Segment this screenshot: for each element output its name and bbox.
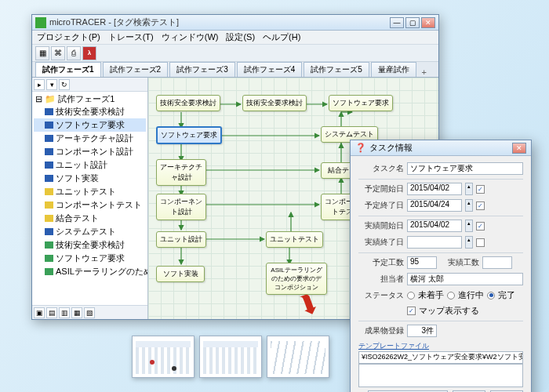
check-act-end[interactable] (476, 238, 485, 247)
tab-phase4[interactable]: 試作フェーズ4 (237, 62, 303, 77)
tree-refresh-icon[interactable]: ↻ (59, 79, 70, 90)
tree-item[interactable]: システムテスト (34, 225, 146, 238)
tree-item[interactable]: コンポーネントテスト (34, 198, 146, 212)
tree-item[interactable]: ソフト実装 (34, 172, 146, 185)
radio-not-started[interactable] (407, 292, 415, 299)
check-map-show[interactable]: ✓ (407, 307, 416, 315)
node-sw-impl[interactable]: ソフト実装 (156, 266, 205, 282)
tree-item-label: システムテスト (56, 226, 116, 238)
tree[interactable]: ⊟ 📁 試作フェーズ1 技術安全要求検討ソフトウェア要求アーキテクチャ設計コンポ… (32, 92, 147, 305)
label-act-hours: 実績工数 (440, 257, 479, 268)
input-act-hours[interactable] (482, 256, 512, 269)
tree-root-item[interactable]: ⊟ 📁 試作フェーズ1 (34, 93, 146, 105)
toolbar-save-icon[interactable]: ⌘ (51, 46, 65, 60)
toolbar-print-icon[interactable]: ⎙ (67, 46, 81, 60)
tree-item[interactable]: ソフトウェア要求 (34, 118, 146, 132)
tree-btn-1[interactable]: ▣ (34, 307, 45, 318)
tree-btn-4[interactable]: ▦ (71, 307, 82, 318)
menu-settings[interactable]: 設定(S) (226, 31, 255, 43)
menu-project[interactable]: プロジェクト(P) (37, 31, 100, 43)
check-plan-end[interactable]: ✓ (476, 201, 485, 210)
input-plan-start[interactable]: 2015/04/02 (407, 183, 462, 195)
toolbar-new-icon[interactable]: ▦ (35, 46, 49, 60)
tree-item[interactable]: 技術安全要求検討 (34, 105, 146, 118)
label-result-reg: 成果物登録 (358, 325, 404, 336)
thumbnail-strip (132, 336, 329, 378)
spin-act-end[interactable]: ▴ (465, 236, 473, 249)
spin-plan-start[interactable]: ▴ (465, 183, 473, 195)
input-plan-end[interactable]: 2015/04/24 (407, 199, 462, 212)
thumbnail-2[interactable] (199, 336, 262, 378)
tree-btn-2[interactable]: ▤ (46, 307, 57, 318)
dialog-titlebar[interactable]: ❓ タスク情報 ✕ (351, 140, 531, 156)
node-unit-design[interactable]: ユニット設計 (156, 231, 206, 248)
close-button[interactable]: ✕ (421, 17, 435, 28)
tree-item[interactable]: コンポーネント設計 (34, 145, 146, 158)
tree-item[interactable]: アーキテクチャ設計 (34, 132, 146, 145)
input-template-file[interactable]: ¥ISO26262W2_ソフトウェア安全要求¥W2ソフト安全要求SSR-01.x… (358, 351, 523, 364)
node-unit-test[interactable]: ユニットテスト (266, 231, 323, 248)
menubar: プロジェクト(P) トレース(T) ウィンドウ(W) 設定(S) ヘルプ(H) (32, 31, 438, 45)
folder-icon (45, 148, 53, 155)
check-plan-start[interactable]: ✓ (476, 185, 485, 194)
tree-btn-5[interactable]: ▧ (84, 307, 95, 318)
thumbnail-3[interactable] (267, 336, 329, 378)
folder-icon (45, 162, 53, 169)
menu-window[interactable]: ウィンドウ(W) (162, 31, 219, 43)
tree-item[interactable]: ソフトウェア要求 (34, 252, 146, 265)
tab-phase1[interactable]: 試作フェーズ1 (35, 62, 101, 77)
node-tech-safety-2[interactable]: 技術安全要求検討 (242, 95, 307, 111)
tree-item-label: ソフトウェア要求 (56, 252, 125, 264)
radio-in-progress[interactable] (447, 292, 455, 299)
tree-item-label: アーキテクチャ設計 (56, 132, 133, 144)
textarea-notes[interactable] (358, 364, 523, 387)
folder-icon (45, 255, 53, 262)
node-arch[interactable]: アーキテクチャ設計 (156, 159, 206, 186)
tree-btn-3[interactable]: ▥ (59, 307, 70, 318)
node-comp-design[interactable]: コンポーネント設計 (156, 194, 206, 220)
tab-massprod[interactable]: 量産試作 (371, 62, 416, 77)
task-info-dialog: ❓ タスク情報 ✕ タスク名 ソフトウェア要求 予定開始日 2015/04/02… (350, 140, 532, 392)
input-task-name[interactable]: ソフトウェア要求 (407, 162, 523, 175)
tree-item[interactable]: ASILテーラリングのための (34, 265, 146, 278)
tree-collapse-icon[interactable]: ▾ (46, 79, 57, 90)
input-act-end[interactable] (407, 236, 462, 249)
label-template-file[interactable]: テンプレートファイル (358, 341, 523, 351)
node-asil[interactable]: ASILテーラリングのための要求のデコンポジション (266, 263, 327, 295)
titlebar[interactable]: microTRACER - [タグ検索テスト] — ▢ ✕ (32, 15, 438, 31)
spin-act-start[interactable]: ▴ (465, 220, 473, 232)
tab-phase5[interactable]: 試作フェーズ5 (304, 62, 369, 77)
dialog-title: タスク情報 (369, 142, 512, 154)
tree-item[interactable]: ユニット設計 (34, 158, 146, 172)
radio-done[interactable] (487, 292, 495, 299)
result-count: 3件 (407, 325, 437, 337)
input-est-hours[interactable]: 95 (407, 256, 437, 269)
label-assignee: 担当者 (358, 274, 404, 285)
tree-item[interactable]: 結合テスト (34, 212, 146, 225)
node-tech-safety-1[interactable]: 技術安全要求検討 (156, 95, 220, 111)
node-sw-req-1[interactable]: ソフトウェア要求 (329, 95, 393, 111)
node-sw-req-2[interactable]: ソフトウェア要求 (156, 126, 222, 144)
tree-item[interactable]: ユニットテスト (34, 185, 146, 198)
tab-phase2[interactable]: 試作フェーズ2 (103, 62, 169, 77)
thumbnail-1[interactable] (132, 336, 195, 378)
input-act-start[interactable]: 2015/04/02 (407, 220, 462, 232)
tab-add-button[interactable]: + (418, 67, 431, 77)
tabstrip: 試作フェーズ1 試作フェーズ2 試作フェーズ3 試作フェーズ4 試作フェーズ5 … (32, 62, 438, 78)
tree-bottom-toolbar: ▣ ▤ ▥ ▦ ▧ (32, 305, 147, 319)
menu-help[interactable]: ヘルプ(H) (263, 31, 300, 43)
folder-icon (45, 135, 53, 142)
tree-item[interactable]: 技術安全要求検討 (34, 238, 146, 252)
tree-item-label: コンポーネント設計 (56, 146, 133, 158)
toolbar-pdf-icon[interactable]: λ (82, 46, 96, 60)
maximize-button[interactable]: ▢ (405, 17, 420, 28)
tab-phase3[interactable]: 試作フェーズ3 (169, 62, 235, 77)
dialog-close-button[interactable]: ✕ (512, 143, 526, 154)
tree-expand-icon[interactable]: ▸ (34, 79, 45, 90)
menu-trace[interactable]: トレース(T) (108, 31, 154, 43)
check-act-start[interactable]: ✓ (476, 222, 485, 230)
minimize-button[interactable]: — (390, 17, 404, 28)
input-assignee[interactable]: 横河 太郎 (407, 273, 523, 285)
folder-icon (45, 175, 53, 182)
spin-plan-end[interactable]: ▴ (465, 199, 473, 212)
